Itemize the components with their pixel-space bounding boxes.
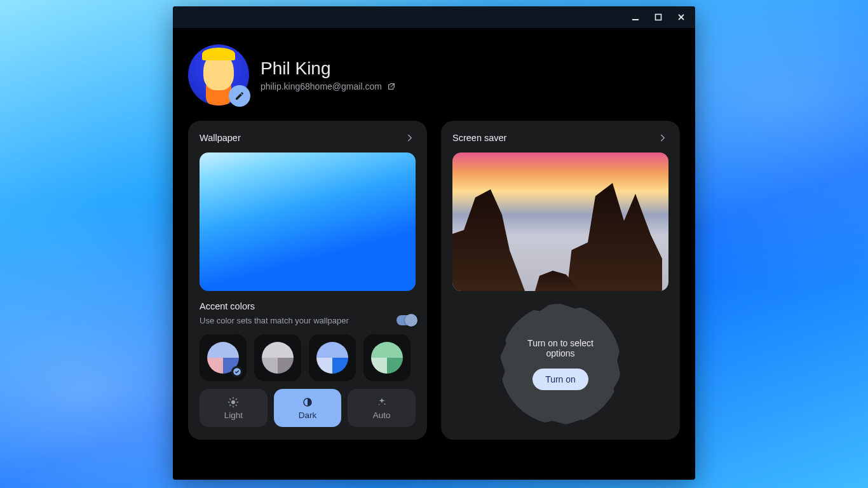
accent-swatch-1[interactable]	[254, 334, 301, 381]
theme-light-button[interactable]: Light	[200, 389, 268, 427]
match-wallpaper-toggle[interactable]	[397, 315, 416, 325]
profile-email: philip.king68home@gmail.com	[261, 81, 382, 92]
svg-point-15	[384, 403, 385, 405]
theme-auto-button[interactable]: Auto	[348, 389, 416, 427]
accent-swatches	[200, 334, 416, 381]
accent-swatch-0[interactable]	[200, 334, 247, 381]
svg-line-11	[236, 405, 237, 405]
avatar-wrap	[188, 44, 249, 105]
profile-name: Phil King	[261, 58, 396, 79]
screensaver-title: Screen saver	[452, 133, 506, 143]
chevron-right-icon	[657, 132, 668, 144]
svg-rect-1	[656, 15, 661, 20]
screensaver-prompt-blob: Turn on to select options Turn on	[500, 304, 621, 424]
wallpaper-header[interactable]: Wallpaper	[200, 132, 416, 144]
wallpaper-preview[interactable]	[200, 152, 416, 291]
accent-colors-title: Accent colors	[200, 301, 416, 311]
titlebar	[173, 6, 695, 28]
screensaver-header[interactable]: Screen saver	[452, 132, 668, 144]
sparkle-icon	[376, 396, 388, 408]
accent-swatch-2[interactable]	[309, 334, 356, 381]
wallpaper-card: Wallpaper Accent colors Use color sets t…	[188, 121, 427, 440]
close-button[interactable]	[672, 8, 690, 26]
screensaver-preview[interactable]	[452, 152, 668, 291]
svg-line-10	[230, 398, 231, 399]
svg-line-13	[236, 398, 237, 399]
theme-row: Light Dark Auto	[200, 389, 416, 427]
accent-swatch-3[interactable]	[363, 334, 410, 381]
personalization-window: Phil King philip.king68home@gmail.com Wa…	[173, 6, 695, 480]
profile-header: Phil King philip.king68home@gmail.com	[173, 28, 695, 117]
contrast-icon	[302, 396, 313, 408]
accent-colors-subtitle: Use color sets that match your wallpaper	[200, 316, 349, 325]
theme-light-label: Light	[224, 410, 243, 420]
theme-dark-button[interactable]: Dark	[274, 389, 342, 427]
minimize-button[interactable]	[627, 8, 644, 26]
screensaver-turn-on-button[interactable]: Turn on	[532, 369, 588, 390]
open-external-icon	[387, 82, 396, 91]
wallpaper-title: Wallpaper	[200, 133, 241, 143]
screensaver-prompt-text: Turn on to select options	[516, 338, 605, 358]
theme-auto-label: Auto	[373, 410, 391, 420]
screensaver-card: Screen saver Turn on to select options T…	[441, 121, 680, 440]
edit-avatar-button[interactable]	[229, 85, 250, 107]
chevron-right-icon	[404, 132, 416, 144]
sun-icon	[227, 396, 239, 408]
profile-email-row[interactable]: philip.king68home@gmail.com	[261, 81, 396, 92]
profile-info: Phil King philip.king68home@gmail.com	[261, 58, 396, 92]
pencil-icon	[234, 91, 245, 101]
svg-line-12	[230, 405, 231, 405]
svg-point-16	[378, 404, 379, 405]
svg-point-5	[231, 400, 235, 404]
theme-dark-label: Dark	[299, 410, 317, 420]
maximize-button[interactable]	[649, 8, 667, 26]
check-icon	[231, 366, 243, 377]
